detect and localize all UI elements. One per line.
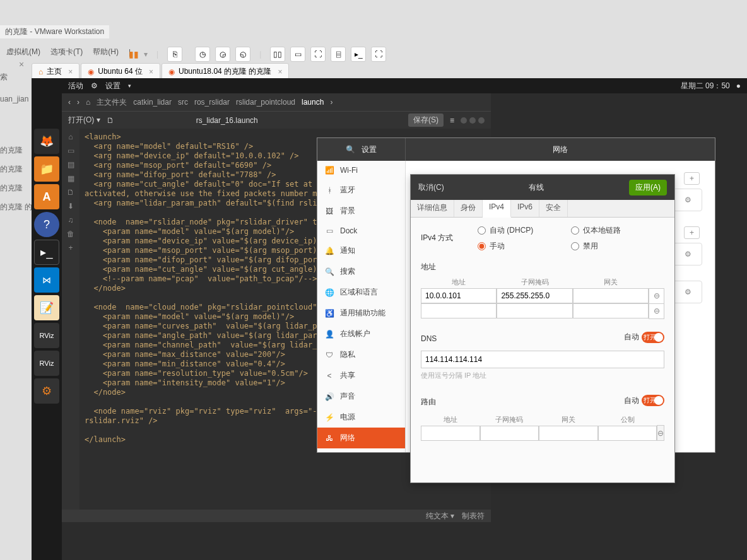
sidebar-add-icon[interactable]: + [68, 243, 73, 252]
dock-settings-icon[interactable]: ⚙ [34, 378, 59, 404]
dock-rviz-icon-2[interactable]: RViz [34, 351, 59, 376]
dns-input[interactable] [421, 351, 664, 368]
search-icon[interactable]: 🔍 [346, 145, 355, 154]
add-connection-icon[interactable]: + [684, 172, 700, 185]
delete-route-icon[interactable]: ⊖ [657, 426, 664, 441]
sidebar-item-sound[interactable]: 🔊声音 [317, 386, 405, 407]
menu-help[interactable]: 帮助(H) [93, 47, 119, 57]
tab-ipv6[interactable]: IPv6 [511, 200, 539, 217]
add-vpn-icon[interactable]: + [684, 226, 700, 239]
clock-label[interactable]: 星期二 09：50 [681, 81, 730, 91]
sidebar-desktop-icon[interactable]: ▭ [68, 146, 74, 155]
radio-disable[interactable]: 禁用 [571, 241, 664, 252]
menu-vm[interactable]: 虚拟机(M) [6, 47, 40, 57]
dock-rviz-icon-1[interactable]: RViz [34, 323, 59, 348]
address-input-2[interactable] [421, 303, 497, 318]
home-icon[interactable]: ⌂ [86, 98, 90, 107]
sidebar-item-sharing[interactable]: <共享 [317, 365, 405, 386]
sidebar-item-dock[interactable]: ▭Dock [317, 221, 405, 240]
dock-help-icon[interactable]: ? [34, 212, 59, 237]
route-addr-input[interactable] [421, 426, 480, 441]
route-auto-switch[interactable]: 自动 打开 [624, 395, 664, 406]
crumb-1[interactable]: catkin_lidar [133, 98, 172, 107]
cancel-button[interactable]: 取消(C) [418, 182, 444, 193]
sidebar-downloads-icon[interactable]: ⬇ [68, 202, 74, 211]
save-button[interactable]: 保存(S) [408, 114, 444, 127]
sidebar-item-wifi[interactable]: 📶Wi-Fi [317, 161, 405, 180]
gateway-input[interactable] [573, 288, 649, 303]
dock-files-icon[interactable]: 📁 [34, 156, 59, 182]
route-gw-input[interactable] [539, 426, 598, 441]
crumb-3[interactable]: ros_rslidar [194, 98, 230, 107]
dock-software-icon[interactable]: A [34, 184, 59, 209]
tab-close-icon[interactable]: × [68, 67, 73, 76]
radio-manual[interactable]: 手动 [478, 241, 571, 252]
route-mask-input[interactable] [480, 426, 539, 441]
gear-icon[interactable]: ⚙ [685, 195, 691, 204]
crumb-home[interactable]: 主文件夹 [97, 97, 127, 108]
dock-text-editor-icon[interactable]: 📝 [34, 295, 59, 320]
sidebar-item-accessibility[interactable]: ♿通用辅助功能 [317, 303, 405, 324]
dns-auto-switch[interactable]: 自动 打开 [624, 332, 664, 343]
sidebar-video-icon[interactable]: ▤ [68, 160, 74, 169]
tab-security[interactable]: 安全 [539, 200, 568, 217]
sidebar-item-background[interactable]: 🖼背景 [317, 201, 405, 221]
tab-details[interactable]: 详细信息 [411, 200, 454, 217]
status-tabs[interactable]: 制表符 [462, 511, 485, 522]
nav-back-icon[interactable]: ‹ [68, 98, 71, 107]
tab-identity[interactable]: 身份 [454, 200, 483, 217]
pause-icon[interactable]: ▮▮ [129, 49, 139, 59]
radio-dhcp[interactable]: 自动 (DHCP) [478, 225, 571, 236]
sidebar-close-icon[interactable]: × [19, 59, 24, 69]
gear-icon[interactable]: ⚙ [685, 288, 691, 296]
crumb-5[interactable]: launch [302, 98, 324, 107]
tab-close-icon[interactable]: × [149, 67, 153, 76]
current-app-label[interactable]: 设置 [105, 81, 121, 91]
sidebar-item-privacy[interactable]: 🛡隐私 [317, 344, 405, 365]
tab-ipv4[interactable]: IPv4 [483, 200, 511, 218]
sidebar-item-network[interactable]: 🖧网络 [317, 428, 405, 448]
fullscreen-icon[interactable]: ⛶ [371, 47, 386, 62]
tool-icon-1[interactable]: ◷ [195, 47, 210, 62]
sidebar-pictures-icon[interactable]: ▦ [68, 174, 74, 183]
vm-tab-home[interactable]: ⌂ 主页 × [32, 63, 79, 80]
route-metric-input[interactable] [598, 426, 657, 441]
vm-tab-clone[interactable]: ◉ Ubuntu18.04 的克隆 的克隆 × [162, 63, 289, 80]
layout-icon-4[interactable]: ⌸ [331, 47, 346, 62]
status-language[interactable]: 纯文本 ▾ [426, 511, 454, 522]
window-close-icon[interactable] [478, 117, 485, 124]
open-button[interactable]: 打开(O) ▾ [68, 115, 100, 125]
sidebar-item-power[interactable]: ⚡电源 [317, 407, 405, 428]
new-file-icon[interactable]: 🗋 [107, 116, 114, 125]
netmask-input[interactable] [497, 288, 572, 303]
sidebar-item-bluetooth[interactable]: ᚼ蓝牙 [317, 180, 405, 201]
sidebar-trash-icon[interactable]: 🗑 [67, 230, 74, 238]
gear-icon[interactable]: ⚙ [685, 250, 691, 259]
tool-icon-3[interactable]: ◵ [235, 47, 250, 62]
window-maximize-icon[interactable] [469, 117, 476, 124]
address-input[interactable] [421, 288, 497, 303]
tool-icon-2[interactable]: ◶ [215, 47, 230, 62]
crumb-4[interactable]: rslidar_pointcloud [236, 98, 295, 107]
dock-vscode-icon[interactable]: ⋈ [34, 267, 59, 293]
apply-button[interactable]: 应用(A) [629, 180, 667, 195]
sidebar-item-notifications[interactable]: 🔔通知 [317, 240, 405, 261]
menu-tabs[interactable]: 选项卡(T) [50, 47, 83, 57]
sidebar-docs-icon[interactable]: 🗋 [67, 188, 74, 197]
delete-row-icon[interactable]: ⊖ [649, 303, 664, 318]
tab-close-icon[interactable]: × [278, 67, 282, 76]
snapshot-icon[interactable]: ⎘ [167, 47, 182, 62]
console-icon[interactable]: ▸_ [351, 47, 366, 62]
sidebar-item-search[interactable]: 🔍搜索 [317, 261, 405, 282]
sidebar-item-region[interactable]: 🌐区域和语言 [317, 282, 405, 303]
layout-icon-3[interactable]: ⛶ [310, 47, 326, 62]
layout-icon-1[interactable]: ▯▯ [270, 47, 285, 62]
crumb-2[interactable]: src [178, 98, 188, 107]
window-minimize-icon[interactable] [461, 117, 467, 124]
vm-tab-ubuntu[interactable]: ◉ Ubuntu 64 位 × [81, 63, 160, 80]
hamburger-menu-icon[interactable]: ≡ [450, 116, 454, 125]
sidebar-music-icon[interactable]: ♫ [68, 216, 74, 225]
sidebar-item-online-accounts[interactable]: 👤在线帐户 [317, 324, 405, 344]
gateway-input-2[interactable] [573, 303, 649, 318]
radio-linklocal[interactable]: 仅本地链路 [571, 225, 664, 236]
